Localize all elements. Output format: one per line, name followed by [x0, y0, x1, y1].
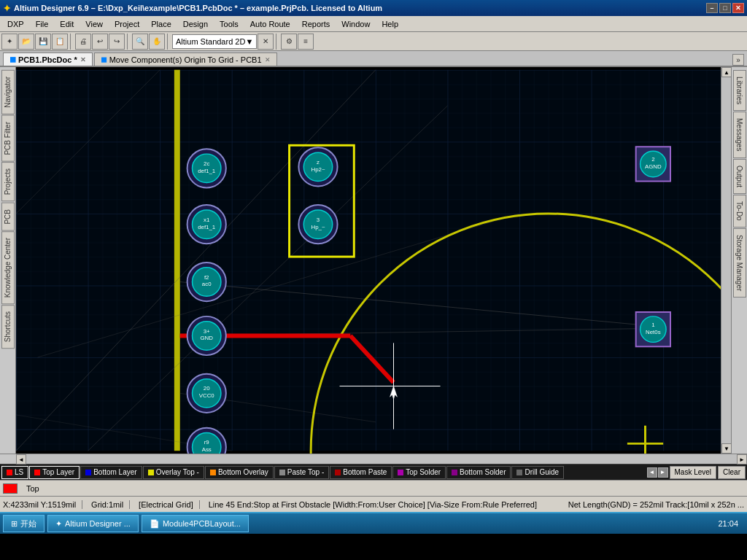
menu-window[interactable]: Window: [336, 18, 376, 30]
scroll-right[interactable]: ▲ ▼: [721, 67, 731, 454]
mask-controls: ◄ ► Mask Level Clear: [647, 466, 746, 479]
tb-layers[interactable]: ≡: [298, 34, 314, 50]
sidebar-output[interactable]: Output: [733, 159, 746, 194]
menu-file[interactable]: File: [30, 18, 55, 30]
mask-level-button[interactable]: Mask Level: [670, 466, 717, 479]
layer-topsolder-color: [398, 470, 403, 475]
menu-reports[interactable]: Reports: [296, 18, 336, 30]
svg-rect-2: [16, 70, 721, 451]
tb-pan[interactable]: ✋: [149, 34, 165, 50]
layer-topoverlay[interactable]: Overlay Top -: [143, 466, 204, 479]
taskbar-module[interactable]: 📄 Module4PCBLayout...: [142, 515, 249, 532]
svg-text:AGND: AGND: [645, 163, 662, 170]
sidebar-storage[interactable]: Storage Manager: [733, 228, 746, 298]
menu-dxp[interactable]: DXP: [1, 18, 30, 30]
svg-text:3+: 3+: [204, 328, 210, 335]
clear-button[interactable]: Clear: [718, 466, 746, 479]
line-info-display: Line 45 End:Stop at First Obstacle [Widt…: [209, 500, 562, 509]
menu-tools[interactable]: Tools: [214, 18, 244, 30]
svg-text:ac0: ac0: [202, 281, 212, 287]
tb-redo[interactable]: ↪: [109, 34, 125, 50]
tb-zoom[interactable]: 🔍: [132, 34, 148, 50]
taskbar: ⊞ 开始 ✦ Altium Designer ... 📄 Module4PCBL…: [0, 512, 747, 534]
tab-move-close[interactable]: ✕: [265, 56, 271, 63]
layer-toppaste[interactable]: Paste Top -: [274, 466, 329, 479]
tb-cross[interactable]: ✕: [258, 34, 274, 50]
taskbar-altium[interactable]: ✦ Altium Designer ...: [47, 515, 139, 532]
tb-settings[interactable]: ⚙: [281, 34, 297, 50]
sidebar-messages[interactable]: Messages: [733, 112, 746, 158]
layer-drillguide[interactable]: Drill Guide: [511, 466, 564, 479]
svg-text:Net0s: Net0s: [646, 329, 661, 335]
tab-pcb1[interactable]: ◼ PCB1.PbcDoc * ✕: [3, 52, 93, 66]
layer-bottomsolder-label: Bottom Solder: [460, 468, 506, 476]
layer-bottompaste[interactable]: Bottom Paste: [330, 466, 392, 479]
sidebar-projects[interactable]: Projects: [1, 162, 15, 201]
status-bar2: X:4233mil Y:1519mil Grid:1mil [Electrica…: [0, 496, 747, 512]
svg-text:2c: 2c: [204, 160, 209, 167]
menu-help[interactable]: Help: [376, 18, 404, 30]
scroll-htrack[interactable]: [26, 454, 737, 464]
title-bar-controls: – □ ✕: [706, 3, 744, 13]
maximize-button[interactable]: □: [719, 3, 731, 13]
taskbar-module-label: Module4PCBLayout...: [163, 519, 241, 528]
layer-topoverlay-color: [148, 470, 154, 475]
tab-expand[interactable]: »: [732, 54, 744, 66]
scroll-up-button[interactable]: ▲: [721, 67, 732, 77]
menu-project[interactable]: Project: [109, 18, 145, 30]
minimize-button[interactable]: –: [706, 3, 718, 13]
sidebar-todo[interactable]: To-Do: [733, 195, 746, 228]
tb-undo[interactable]: ↩: [92, 34, 108, 50]
sidebar-knowledge[interactable]: Knowledge Center: [1, 231, 15, 304]
sidebar-shortcuts[interactable]: Shortcuts: [1, 305, 15, 349]
layer-toppaste-label: Paste Top -: [287, 468, 324, 476]
sidebar-pcb[interactable]: PCB: [1, 203, 15, 231]
layer-bottomsolder[interactable]: Bottom Solder: [446, 466, 511, 479]
svg-text:1: 1: [651, 322, 654, 328]
tab-move-component[interactable]: ◼ Move Component(s) Origin To Grid - PCB…: [94, 52, 277, 66]
extra-layer-btns: ◄ ►: [647, 467, 668, 478]
start-icon: ⊞: [11, 519, 18, 529]
tb-new[interactable]: ✦: [1, 34, 18, 50]
layer-next[interactable]: ►: [658, 467, 668, 478]
sidebar-navigator[interactable]: Navigator: [1, 70, 15, 114]
menu-edit[interactable]: Edit: [54, 18, 80, 30]
menu-place[interactable]: Place: [145, 18, 177, 30]
layer-bottomoverlay-color: [210, 470, 216, 475]
left-sidebar: Navigator PCB Filter Projects PCB Knowle…: [0, 67, 16, 454]
view-dropdown-label: Altium Standard 2D: [176, 37, 245, 46]
sidebar-libraries[interactable]: Libraries: [733, 70, 746, 111]
menu-design[interactable]: Design: [177, 18, 214, 30]
svg-text:20: 20: [204, 385, 210, 392]
layer-bottomoverlay[interactable]: Bottom Overlay: [205, 466, 274, 479]
tb-open[interactable]: 📂: [18, 34, 34, 50]
tb-save[interactable]: 💾: [35, 34, 51, 50]
scroll-track[interactable]: [721, 77, 731, 443]
close-button[interactable]: ✕: [732, 3, 744, 13]
layer-drillguide-color: [516, 470, 522, 475]
tb-saveall[interactable]: 📋: [52, 34, 68, 50]
svg-text:GND: GND: [200, 335, 213, 341]
layer-bottomsolder-color: [452, 470, 457, 475]
layer-prev[interactable]: ◄: [647, 467, 657, 478]
pcb-canvas[interactable]: 2c def1_1 x1 def1_1 f2 ac0 3+ GND 20 VCC…: [16, 67, 721, 454]
layer-bottom[interactable]: Bottom Layer: [80, 466, 142, 479]
scroll-down-button[interactable]: ▼: [721, 443, 732, 454]
layer-toppaste-color: [279, 470, 285, 475]
tab-pcb1-close[interactable]: ✕: [80, 56, 86, 63]
view-dropdown[interactable]: Altium Standard 2D ▼: [172, 34, 257, 49]
net-info-display: Net Length(GND) = 252mil Track:[10mil x …: [568, 500, 744, 509]
layer-topsolder[interactable]: Top Solder: [392, 466, 446, 479]
menu-autoroute[interactable]: Auto Route: [244, 18, 296, 30]
start-button[interactable]: ⊞ 开始: [3, 515, 44, 532]
scroll-right-button[interactable]: ►: [737, 454, 747, 464]
layer-top[interactable]: Top Layer: [29, 466, 80, 479]
sidebar-pcbfilter[interactable]: PCB Filter: [1, 115, 15, 162]
svg-text:def1_1: def1_1: [198, 168, 215, 174]
menu-view[interactable]: View: [80, 18, 109, 30]
scroll-left-button[interactable]: ◄: [16, 454, 26, 464]
svg-rect-3: [174, 70, 180, 451]
layer-ls[interactable]: LS: [1, 466, 28, 479]
panel-expand-icon[interactable]: »: [732, 54, 744, 66]
tb-print[interactable]: 🖨: [75, 34, 91, 50]
